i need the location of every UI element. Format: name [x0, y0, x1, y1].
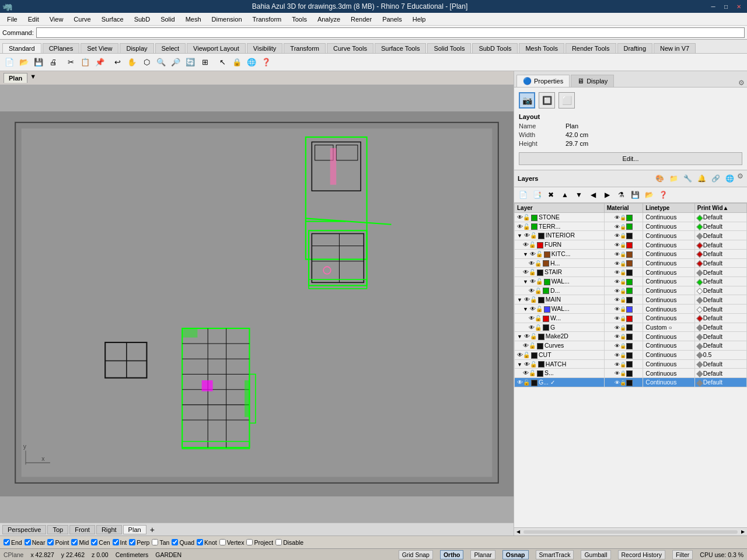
menu-dimension[interactable]: Dimension: [207, 15, 247, 24]
minimize-button[interactable]: ─: [707, 2, 719, 11]
osnap-knot[interactable]: Knot: [197, 539, 217, 546]
zoom-extents-button[interactable]: ⬡: [139, 55, 153, 69]
layer-globe-icon[interactable]: 🌐: [723, 172, 736, 185]
table-row[interactable]: 👁🔓Curves👁🔒ContinuousDefault: [515, 341, 747, 351]
viewport-dropdown[interactable]: ▼: [30, 73, 36, 83]
filter-btn[interactable]: ⚗: [615, 188, 627, 201]
menu-file[interactable]: File: [2, 15, 22, 24]
layers-hscroll[interactable]: ◀ ▶: [514, 527, 747, 536]
move-up-btn[interactable]: ▲: [558, 188, 571, 201]
maximize-button[interactable]: □: [720, 2, 732, 11]
new-button[interactable]: 📄: [2, 55, 16, 69]
record-history-btn[interactable]: Record History: [618, 550, 665, 559]
tab-display[interactable]: 🖥 Display: [571, 75, 614, 87]
osnap-point[interactable]: Point: [47, 539, 69, 546]
menu-surface[interactable]: Surface: [97, 15, 128, 24]
table-row[interactable]: 👁🔓TERR...👁🔒ContinuousDefault: [515, 222, 747, 231]
smarttrack-btn[interactable]: SmartTrack: [536, 550, 574, 559]
osnap-btn[interactable]: Osnap: [502, 550, 529, 559]
toolbar-tab-solid-tools[interactable]: Solid Tools: [427, 43, 471, 53]
menu-render[interactable]: Render: [346, 15, 376, 24]
toolbar-tab-transform[interactable]: Transform: [284, 43, 326, 53]
toolbar-tab-subd-tools[interactable]: SubD Tools: [472, 43, 518, 53]
move-left-btn[interactable]: ◀: [587, 188, 599, 201]
menu-tools[interactable]: Tools: [287, 15, 312, 24]
table-row[interactable]: ▼ 👁🔓WAL...👁🔒ContinuousDefault: [515, 304, 747, 314]
undo-button[interactable]: ↩: [110, 55, 124, 69]
help-button[interactable]: ❓: [259, 55, 273, 69]
tab-properties[interactable]: 🔵 Properties: [516, 75, 570, 87]
toolbar-tab-standard[interactable]: Standard: [2, 43, 41, 53]
new-layer-btn[interactable]: 📄: [516, 188, 529, 201]
render-button[interactable]: 🌐: [245, 55, 259, 69]
toolbar-tab-set-view[interactable]: Set View: [81, 43, 118, 53]
osnap-quad[interactable]: Quad: [172, 539, 194, 546]
osnap-near[interactable]: Near: [25, 539, 46, 546]
toolbar-tab-curve-tools[interactable]: Curve Tools: [327, 43, 374, 53]
toolbar-tab-render-tools[interactable]: Render Tools: [566, 43, 616, 53]
select-button[interactable]: ↖: [215, 55, 229, 69]
layer-filter-icon[interactable]: 🔧: [681, 172, 694, 185]
table-row[interactable]: 👁🔓G👁🔒Custom ○Default: [515, 323, 747, 332]
menu-analyze[interactable]: Analyze: [313, 15, 345, 24]
view-tab-plan[interactable]: Plan: [123, 525, 146, 534]
save-state-btn[interactable]: 💾: [629, 188, 641, 201]
view-tab-perspective[interactable]: Perspective: [2, 525, 46, 534]
menu-help[interactable]: Help: [408, 15, 431, 24]
menu-mesh[interactable]: Mesh: [181, 15, 206, 24]
menu-subd[interactable]: SubD: [130, 15, 155, 24]
view-tab-right[interactable]: Right: [96, 525, 122, 534]
table-row[interactable]: 👁🔓W...👁🔒ContinuousDefault: [515, 313, 747, 323]
lock-button[interactable]: 🔒: [230, 55, 244, 69]
rotate-button[interactable]: 🔄: [183, 55, 197, 69]
osnap-disable[interactable]: Disable: [275, 539, 303, 546]
osnap-mid[interactable]: Mid: [71, 539, 89, 546]
print-button[interactable]: 🖨: [46, 55, 60, 69]
view-tab-top[interactable]: Top: [47, 525, 68, 534]
hscroll-left[interactable]: ◀: [514, 528, 522, 536]
table-row[interactable]: 👁🔓H...👁🔒ContinuousDefault: [515, 258, 747, 268]
menu-transform[interactable]: Transform: [248, 15, 287, 24]
filter-btn-status[interactable]: Filter: [672, 550, 693, 559]
menu-panels[interactable]: Panels: [378, 15, 407, 24]
help-layers-btn[interactable]: ❓: [657, 188, 669, 201]
layer-bell-icon[interactable]: 🔔: [695, 172, 708, 185]
restore-state-btn[interactable]: 📂: [643, 188, 655, 201]
viewport-tab-plan[interactable]: Plan: [4, 73, 27, 83]
display-icon-btn[interactable]: ⬜: [558, 92, 575, 108]
menu-solid[interactable]: Solid: [156, 15, 179, 24]
panel-settings-icon[interactable]: ⚙: [738, 79, 745, 87]
command-input[interactable]: [36, 27, 745, 38]
close-button[interactable]: ✕: [733, 2, 745, 11]
titlebar-controls[interactable]: ─ □ ✕: [707, 2, 745, 11]
toolbar-tab-visibility[interactable]: Visibility: [247, 43, 283, 53]
table-row[interactable]: 👁🔓G... ✓👁🔒ContinuousDefault: [515, 377, 747, 387]
table-row[interactable]: ▼ 👁🔓WAL...👁🔒ContinuousDefault: [515, 277, 747, 286]
layers-table-container[interactable]: Layer Material Linetype Print Wid▲ 👁🔓STO…: [514, 203, 747, 527]
move-right-btn[interactable]: ▶: [601, 188, 613, 201]
grid-snap-btn[interactable]: Grid Snap: [399, 550, 433, 559]
hscroll-track[interactable]: [523, 530, 738, 534]
save-button[interactable]: 💾: [32, 55, 46, 69]
menu-view[interactable]: View: [45, 15, 68, 24]
paste-button[interactable]: 📌: [93, 55, 107, 69]
ortho-btn[interactable]: Ortho: [440, 550, 464, 559]
toolbar-tab-select[interactable]: Select: [155, 43, 186, 53]
planar-btn[interactable]: Planar: [470, 550, 495, 559]
osnap-end[interactable]: End: [4, 539, 22, 546]
osnap-vertex[interactable]: Vertex: [219, 539, 245, 546]
table-row[interactable]: ▼ 👁🔓HATCH👁🔒ContinuousDefault: [515, 359, 747, 369]
toolbar-tab-mesh-tools[interactable]: Mesh Tools: [519, 43, 564, 53]
new-sublayer-btn[interactable]: 📑: [530, 188, 543, 201]
toolbar-tab-surface-tools[interactable]: Surface Tools: [375, 43, 426, 53]
camera-icon-btn[interactable]: 📷: [519, 92, 535, 108]
table-row[interactable]: 👁🔓D...👁🔒ContinuousDefault: [515, 286, 747, 295]
edit-button[interactable]: Edit...: [519, 152, 742, 165]
copy-button[interactable]: 📋: [78, 55, 92, 69]
open-button[interactable]: 📂: [17, 55, 31, 69]
pan-button[interactable]: ✋: [125, 55, 139, 69]
toolbar-tab-drafting[interactable]: Drafting: [617, 43, 653, 53]
table-row[interactable]: ▼ 👁🔓INTERIOR👁🔒ContinuousDefault: [515, 231, 747, 240]
table-row[interactable]: 👁🔓STONE👁🔒ContinuousDefault: [515, 213, 747, 222]
toolbar-tab-display[interactable]: Display: [120, 43, 153, 53]
